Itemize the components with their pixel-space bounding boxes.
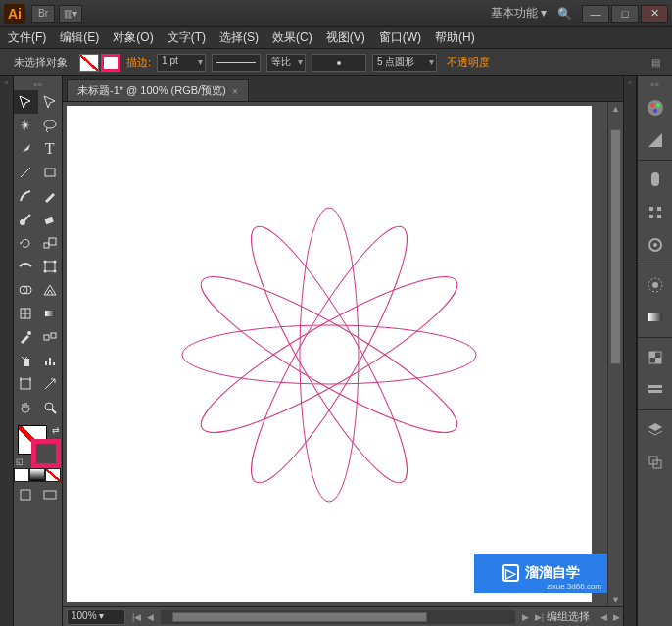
color-none-icon[interactable]: [45, 468, 61, 482]
dock-handle-icon[interactable]: »: [0, 76, 13, 88]
menu-type[interactable]: 文字(T): [168, 29, 206, 46]
canvas-viewport[interactable]: ▷ 溜溜自学 zixue.3d66.com: [63, 102, 607, 606]
hand-tool[interactable]: [14, 396, 38, 419]
transparency-panel-icon[interactable]: [638, 343, 672, 372]
right-panel-collapse-icon[interactable]: »»: [638, 78, 672, 90]
line-tool[interactable]: [14, 161, 38, 184]
menu-edit[interactable]: 编辑(E): [60, 29, 99, 46]
default-fill-stroke-icon[interactable]: ◱: [16, 457, 24, 466]
shape-builder-tool[interactable]: [14, 278, 38, 302]
artboard-tool[interactable]: [14, 372, 38, 396]
right-dock-handle-icon[interactable]: «: [624, 76, 636, 88]
scroll-thumb-vertical[interactable]: [610, 129, 621, 364]
zoom-select[interactable]: 100% ▾: [67, 609, 125, 625]
stroke-profile-select[interactable]: 等比: [266, 54, 306, 72]
minimize-button[interactable]: —: [582, 5, 609, 23]
blob-brush-tool[interactable]: [14, 208, 38, 231]
brush-select[interactable]: 5 点圆形: [372, 54, 437, 72]
nav-next-icon[interactable]: ▶: [519, 612, 532, 622]
paintbrush-tool[interactable]: [14, 184, 38, 208]
stroke-weight-select[interactable]: 1 pt: [157, 54, 206, 72]
vertical-scrollbar[interactable]: ▲ ▼: [607, 102, 623, 606]
arrange-docs-button[interactable]: ▥▾: [59, 5, 82, 23]
menu-effect[interactable]: 效果(C): [272, 29, 312, 46]
free-transform-tool[interactable]: [38, 255, 63, 278]
pen-tool[interactable]: [14, 137, 38, 161]
gradient-panel-icon[interactable]: [638, 303, 672, 332]
menu-object[interactable]: 对象(O): [113, 29, 153, 46]
stroke-panel-icon[interactable]: [638, 270, 672, 300]
workspace-switcher[interactable]: 基本功能 ▾: [491, 5, 547, 22]
nav-first-icon[interactable]: |◀: [129, 612, 144, 622]
rectangle-tool[interactable]: [38, 161, 63, 184]
layers-panel-icon[interactable]: [638, 415, 672, 445]
draw-normal-icon[interactable]: [14, 484, 38, 506]
brush-preview[interactable]: [312, 54, 366, 72]
type-tool[interactable]: T: [38, 137, 63, 161]
toolbox-handle-icon[interactable]: ««: [14, 78, 62, 90]
fill-swatch[interactable]: [79, 54, 99, 72]
slice-tool[interactable]: [38, 372, 63, 396]
nav-last-icon[interactable]: ▶|: [532, 612, 547, 622]
pencil-tool[interactable]: [38, 184, 63, 208]
appearance-panel-icon[interactable]: [638, 375, 672, 405]
status-nav-prev-icon[interactable]: ◀: [598, 612, 610, 622]
left-dock-strip[interactable]: »: [0, 76, 14, 626]
blend-tool[interactable]: [38, 325, 63, 349]
mesh-tool[interactable]: [14, 302, 38, 325]
artboard[interactable]: [67, 106, 592, 602]
stroke-label[interactable]: 描边:: [126, 55, 151, 70]
perspective-grid-tool[interactable]: [38, 278, 63, 302]
bridge-button[interactable]: Br: [31, 5, 55, 23]
rotate-tool[interactable]: [14, 231, 38, 255]
control-panel-menu-icon[interactable]: ▤: [648, 55, 664, 70]
color-panel-icon[interactable]: [638, 93, 672, 122]
stroke-style-select[interactable]: [212, 54, 261, 72]
zoom-tool[interactable]: [38, 396, 63, 419]
maximize-button[interactable]: □: [611, 5, 639, 23]
color-solid-icon[interactable]: [14, 468, 29, 482]
stroke-color-icon[interactable]: [31, 439, 61, 468]
scale-tool[interactable]: [38, 231, 63, 255]
flower-artwork[interactable]: [133, 159, 525, 551]
symbol-sprayer-tool[interactable]: [14, 349, 38, 372]
search-icon[interactable]: 🔍: [554, 5, 574, 23]
width-tool[interactable]: [14, 255, 38, 278]
opacity-label[interactable]: 不透明度: [447, 55, 490, 70]
close-button[interactable]: ✕: [641, 5, 668, 23]
document-tab[interactable]: 未标题-1* @ 100% (RGB/预览) ×: [67, 79, 249, 101]
color-gradient-icon[interactable]: [29, 468, 45, 482]
nav-prev-icon[interactable]: ◀: [144, 612, 157, 622]
menu-window[interactable]: 窗口(W): [379, 29, 421, 46]
scroll-up-icon[interactable]: ▲: [608, 102, 623, 116]
magic-wand-tool[interactable]: ✴: [14, 114, 38, 137]
right-dock-strip[interactable]: «: [623, 76, 637, 626]
lasso-tool[interactable]: [38, 114, 63, 137]
screen-mode-icon[interactable]: [38, 484, 63, 506]
direct-selection-tool[interactable]: [38, 90, 63, 114]
column-graph-tool[interactable]: [38, 349, 63, 372]
menu-view[interactable]: 视图(V): [326, 29, 365, 46]
svg-point-36: [230, 213, 428, 497]
document-tabs: 未标题-1* @ 100% (RGB/预览) ×: [63, 76, 623, 102]
selection-tool[interactable]: [14, 90, 38, 114]
stroke-swatch[interactable]: [101, 54, 120, 72]
symbols-panel-icon[interactable]: [638, 230, 672, 260]
menu-select[interactable]: 选择(S): [219, 29, 259, 46]
gradient-tool[interactable]: [38, 302, 63, 325]
menu-file[interactable]: 文件(F): [8, 29, 46, 46]
status-nav-next-icon[interactable]: ▶: [610, 612, 623, 622]
scroll-down-icon[interactable]: ▼: [608, 593, 623, 606]
color-guide-panel-icon[interactable]: [638, 125, 672, 155]
close-tab-icon[interactable]: ×: [232, 85, 238, 97]
scroll-thumb-horizontal[interactable]: [172, 612, 427, 622]
swap-fill-stroke-icon[interactable]: ⇄: [52, 425, 60, 435]
eyedropper-tool[interactable]: [14, 325, 38, 349]
swatches-panel-icon[interactable]: [638, 166, 672, 195]
horizontal-scrollbar[interactable]: [161, 610, 514, 624]
brushes-panel-icon[interactable]: [638, 198, 672, 227]
artboards-panel-icon[interactable]: [638, 448, 672, 477]
eraser-tool[interactable]: [38, 208, 63, 231]
fill-stroke-control[interactable]: ⇄ ◱: [14, 423, 62, 466]
menu-help[interactable]: 帮助(H): [435, 29, 475, 46]
